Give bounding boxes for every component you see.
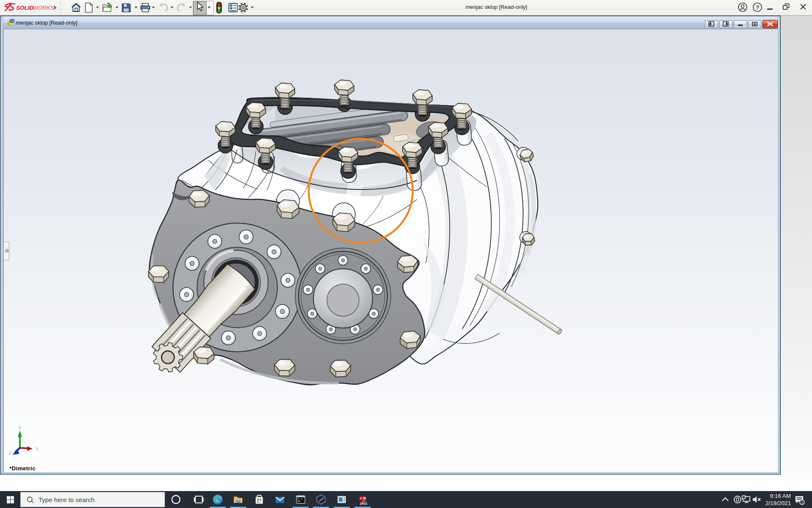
svg-text:?: ? [756,4,759,11]
svg-text:W: W [363,496,366,500]
svg-text:SOLID: SOLID [16,5,34,11]
svg-text:1: 1 [801,501,804,505]
svg-text:WORKS: WORKS [33,5,54,11]
svg-text:Y: Y [18,425,22,431]
svg-text:S: S [359,497,362,500]
svg-text:C:\: C:\ [297,498,302,501]
svg-text:Z: Z [9,451,11,455]
svg-text:2021: 2021 [360,502,368,505]
svg-text:X: X [36,446,39,451]
